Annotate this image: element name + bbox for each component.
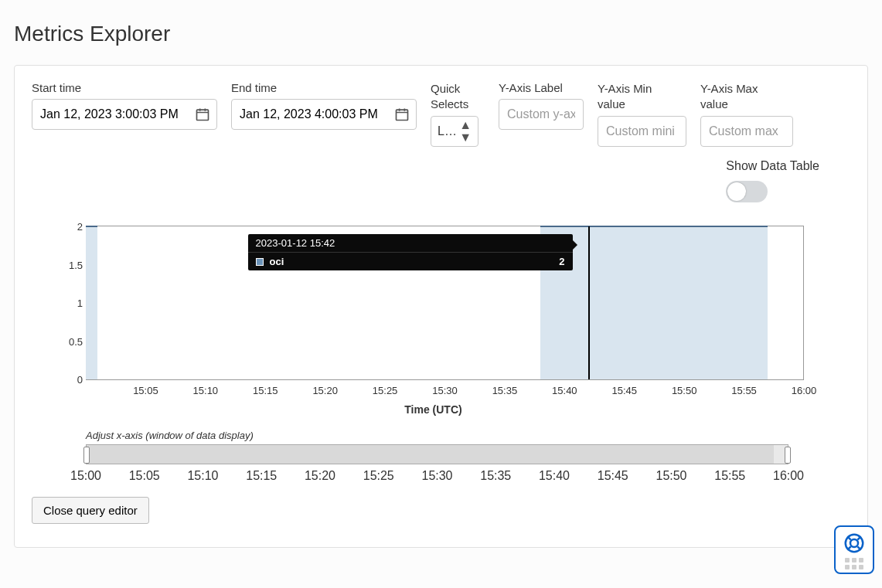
slider-tick-label: 15:55: [714, 469, 745, 483]
y-axis-max-label: Y-Axis Max value: [700, 81, 770, 111]
chart-block: 00.511.52 2023-01-12 15:42 oci 2 15:0515…: [32, 226, 850, 483]
slider-tick-label: 15:25: [363, 469, 394, 483]
x-tick-label: 15:10: [193, 385, 219, 396]
slider-tick-label: 15:00: [70, 469, 101, 483]
svg-rect-1: [397, 110, 408, 120]
y-axis-label-input[interactable]: [499, 99, 584, 130]
calendar-icon: [394, 107, 410, 122]
slider-tick-labels: 15:0015:0515:1015:1515:2015:2515:3015:35…: [86, 469, 788, 483]
quick-selects-field: Quick Selects L… ▲▼: [431, 81, 485, 147]
slider-handle-right[interactable]: [785, 447, 791, 464]
show-data-table-toggle[interactable]: [726, 181, 768, 202]
y-axis-min-input[interactable]: [598, 116, 686, 147]
tooltip-timestamp: 2023-01-12 15:42: [248, 234, 573, 253]
slider-tick-label: 16:00: [773, 469, 804, 483]
y-axis-max-field: Y-Axis Max value: [700, 81, 793, 147]
slider-tick-label: 15:35: [480, 469, 511, 483]
y-axis-min-label: Y-Axis Min value: [598, 81, 667, 111]
y-axis-max-input[interactable]: [700, 116, 793, 147]
help-widget[interactable]: [834, 525, 874, 574]
y-axis-labels: 00.511.52: [63, 226, 83, 379]
x-tick-label: 15:30: [432, 385, 458, 396]
slider-handle-left[interactable]: [83, 447, 90, 464]
chart-tooltip: 2023-01-12 15:42 oci 2: [248, 234, 573, 270]
slider-tick-label: 15:50: [656, 469, 686, 483]
start-time-label: Start time: [32, 81, 217, 94]
life-ring-icon: [843, 532, 866, 555]
slider-tick-label: 15:15: [246, 469, 277, 483]
start-time-input-wrap[interactable]: [32, 99, 217, 130]
quick-selects-label: Quick Selects: [431, 81, 485, 111]
x-range-slider[interactable]: 15:0015:0515:1015:1515:2015:2515:3015:35…: [86, 444, 804, 483]
chart-area[interactable]: 00.511.52 2023-01-12 15:42 oci 2: [86, 226, 804, 380]
x-tick-label: 15:40: [552, 385, 577, 396]
slider-note: Adjust x-axis (window of data display): [86, 430, 804, 441]
y-axis-label-label: Y-Axis Label: [499, 81, 584, 94]
slider-tick-label: 15:30: [421, 469, 452, 483]
svg-rect-0: [197, 110, 209, 120]
start-time-field: Start time: [32, 81, 217, 130]
controls-row: Start time End time Quick Selects L… ▲▼: [32, 81, 850, 147]
show-data-table-field: Show Data Table: [726, 159, 819, 202]
x-tick-label: 15:15: [253, 385, 278, 396]
tooltip-swatch-icon: [256, 258, 264, 266]
end-time-label: End time: [231, 81, 417, 94]
toggle-knob: [727, 182, 746, 201]
slider-tick-label: 15:40: [539, 469, 570, 483]
x-axis-labels: 15:0515:1015:1515:2015:2515:3015:3515:40…: [86, 385, 804, 399]
end-time-input-wrap[interactable]: [231, 99, 417, 130]
metrics-panel: Start time End time Quick Selects L… ▲▼: [14, 65, 868, 548]
slider-tick-label: 15:20: [305, 469, 335, 483]
x-tick-label: 15:25: [373, 385, 398, 396]
slider-tick-label: 15:10: [187, 469, 218, 483]
y-tick-label: 1: [77, 297, 83, 309]
calendar-icon: [195, 107, 210, 122]
chart-cursor-line: [588, 226, 590, 379]
end-time-input[interactable]: [232, 100, 394, 129]
x-tick-label: 16:00: [792, 385, 817, 396]
x-tick-label: 15:55: [731, 385, 757, 396]
x-tick-label: 15:50: [672, 385, 697, 396]
x-axis-title: Time (UTC): [63, 403, 804, 416]
page-title: Metrics Explorer: [14, 22, 868, 46]
tooltip-value: 2: [559, 256, 564, 267]
y-axis-min-field: Y-Axis Min value: [598, 81, 686, 147]
close-query-editor-button[interactable]: Close query editor: [32, 497, 149, 524]
stepper-icon: ▲▼: [459, 119, 472, 144]
quick-selects-value: L…: [438, 124, 457, 138]
show-data-table-label: Show Data Table: [726, 159, 819, 173]
slider-tick-label: 15:45: [598, 469, 628, 483]
slider-tick-label: 15:05: [129, 469, 160, 483]
x-tick-label: 15:35: [492, 385, 518, 396]
end-time-field: End time: [231, 81, 417, 130]
x-tick-label: 15:20: [312, 385, 338, 396]
x-tick-label: 15:45: [611, 385, 637, 396]
svg-point-3: [850, 539, 858, 547]
grid-icon: [845, 558, 863, 569]
x-tick-label: 15:05: [133, 385, 158, 396]
y-tick-label: 0.5: [69, 335, 83, 347]
y-tick-label: 1.5: [69, 259, 83, 270]
y-tick-label: 0: [77, 374, 83, 386]
quick-selects-dropdown[interactable]: L… ▲▼: [431, 116, 478, 147]
start-time-input[interactable]: [32, 100, 195, 129]
y-axis-label-field: Y-Axis Label: [499, 81, 584, 130]
y-tick-label: 2: [77, 221, 83, 233]
tooltip-series-name: oci: [270, 256, 284, 267]
